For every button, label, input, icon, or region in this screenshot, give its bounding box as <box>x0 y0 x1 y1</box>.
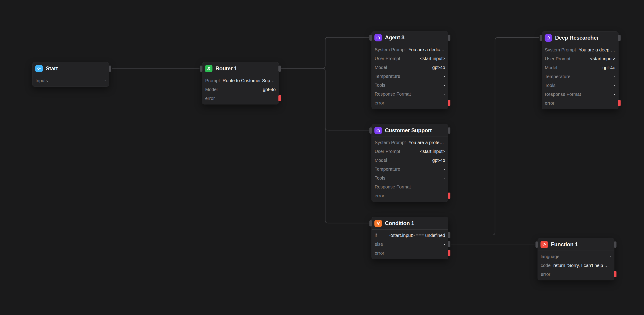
node-title: Agent 3 <box>385 34 404 41</box>
node-row-model: Modelgpt-4o <box>372 156 448 165</box>
node-row-if: if<start.input> === undefined <box>372 231 448 240</box>
error-handle-error[interactable] <box>278 95 281 101</box>
error-handle-error[interactable] <box>448 100 450 106</box>
error-handle-error[interactable] <box>618 100 620 106</box>
node-function-1[interactable]: Function 1language-codereturn "Sorry, I … <box>538 238 614 280</box>
agent-icon <box>544 34 552 42</box>
row-label: else <box>375 242 383 247</box>
input-handle[interactable] <box>370 35 372 41</box>
node-header: Deep Researcher <box>542 32 618 44</box>
output-handle[interactable] <box>448 35 450 41</box>
node-row-tools: Tools- <box>372 174 448 183</box>
node-row-tools: Tools- <box>372 81 448 90</box>
node-row-inputs: Inputs- <box>32 76 109 85</box>
row-label: Tools <box>375 83 385 88</box>
output-handle[interactable] <box>278 66 281 72</box>
node-row-error: error <box>372 249 448 258</box>
node-customer-support[interactable]: Customer SupportSystem PromptYou are a p… <box>372 124 448 202</box>
edge-router-1-to-condition-1[interactable] <box>282 68 369 223</box>
output-handle[interactable] <box>448 127 450 134</box>
row-label: Tools <box>545 83 556 88</box>
node-row-model: Modelgpt-4o <box>202 85 279 94</box>
row-value: gpt-4o <box>390 158 445 163</box>
node-title: Function 1 <box>551 241 578 248</box>
node-router-1[interactable]: Router 1PromptRoute to Customer Suppo...… <box>202 62 279 105</box>
row-value: <start.input> <box>573 56 615 62</box>
row-label: error <box>375 193 384 198</box>
start-icon <box>35 65 43 72</box>
node-row-response-format: Response Format- <box>542 90 618 99</box>
row-value: gpt-4o <box>390 65 445 70</box>
output-handle[interactable] <box>614 241 616 248</box>
node-row-user-prompt: User Prompt<start.input> <box>542 54 618 63</box>
input-handle[interactable] <box>540 35 542 41</box>
input-handle[interactable] <box>536 241 538 248</box>
node-row-code: codereturn "Sorry, I can't help with ... <box>538 261 614 270</box>
node-row-error: error <box>542 99 618 108</box>
node-start[interactable]: StartInputs- <box>32 62 109 87</box>
node-row-model: Modelgpt-4o <box>542 63 618 72</box>
output-handle[interactable] <box>109 66 111 72</box>
condition-icon <box>374 220 382 227</box>
input-handle[interactable] <box>200 66 202 72</box>
node-row-temperature: Temperature- <box>542 72 618 81</box>
node-header: Function 1 <box>538 238 614 251</box>
node-header: Condition 1 <box>372 217 448 230</box>
output-handle-if[interactable] <box>448 232 450 238</box>
node-row-error: error <box>202 94 279 103</box>
node-row-error: error <box>372 191 448 200</box>
row-label: Tools <box>375 175 385 181</box>
row-value: - <box>414 184 445 190</box>
row-label: System Prompt <box>375 47 406 52</box>
flow-canvas[interactable]: StartInputs-Router 1PromptRoute to Custo… <box>0 0 644 315</box>
node-body: if<start.input> === undefinedelse-error <box>372 230 448 259</box>
agent-icon <box>374 127 382 134</box>
output-handle-else[interactable] <box>448 241 450 247</box>
edge-router-1-to-agent-3[interactable] <box>282 37 369 68</box>
row-value: - <box>584 92 615 97</box>
node-row-response-format: Response Format- <box>372 183 448 191</box>
node-row-system-prompt: System PromptYou are a deep res... <box>542 46 618 54</box>
row-label: code <box>541 263 550 268</box>
node-title: Customer Support <box>385 127 432 134</box>
output-handle[interactable] <box>618 35 620 41</box>
row-label: Response Format <box>375 184 411 190</box>
error-handle-error[interactable] <box>614 271 616 277</box>
row-value: Route to Customer Suppo... <box>222 78 276 83</box>
node-row-error: error <box>538 270 614 279</box>
node-body: System PromptYou are a professio...User … <box>372 137 448 202</box>
row-label: User Prompt <box>545 56 570 62</box>
edge-condition-1-if-to-deep-researcher[interactable] <box>451 38 539 235</box>
input-handle[interactable] <box>370 220 372 226</box>
node-agent-3[interactable]: Agent 3System PromptYou are a dedicate..… <box>372 31 448 109</box>
row-label: if <box>375 233 377 238</box>
row-value: You are a professio... <box>408 140 445 145</box>
row-value: - <box>388 83 445 88</box>
node-row-error: error <box>372 99 448 107</box>
row-label: User Prompt <box>375 149 400 154</box>
row-value: - <box>403 74 445 79</box>
row-value: - <box>50 78 106 83</box>
error-handle-error[interactable] <box>448 193 450 199</box>
row-label: Inputs <box>36 78 48 83</box>
node-body: language-codereturn "Sorry, I can't help… <box>538 251 614 280</box>
row-value: - <box>573 74 615 79</box>
node-condition-1[interactable]: Condition 1if<start.input> === undefined… <box>372 217 448 259</box>
node-header: Start <box>32 62 109 75</box>
row-label: language <box>541 254 560 259</box>
row-label: Temperature <box>375 167 400 172</box>
error-handle-error[interactable] <box>448 250 450 256</box>
node-row-user-prompt: User Prompt<start.input> <box>372 54 448 63</box>
row-label: Response Format <box>375 92 411 97</box>
row-label: error <box>205 96 215 101</box>
input-handle[interactable] <box>370 127 372 134</box>
row-label: Temperature <box>375 74 400 79</box>
row-value: You are a deep res... <box>579 47 615 53</box>
node-row-language: language- <box>538 252 614 261</box>
row-label: error <box>541 272 550 277</box>
node-deep-researcher[interactable]: Deep ResearcherSystem PromptYou are a de… <box>542 32 618 109</box>
row-label: Model <box>205 87 218 92</box>
row-value: - <box>403 167 445 172</box>
node-title: Start <box>46 65 58 72</box>
node-row-temperature: Temperature- <box>372 72 448 81</box>
